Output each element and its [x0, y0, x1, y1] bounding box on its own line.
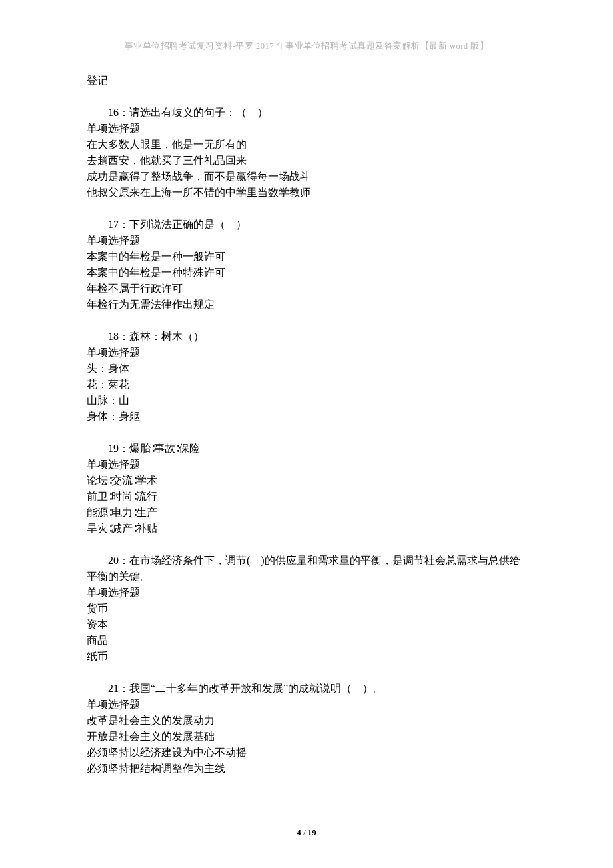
question-19: 19：爆胎∶事故∶保险 单项选择题 论坛∶交流∶学术 前卫∶时尚∶流行 能源∶电… — [87, 441, 526, 537]
page-header: 事业单位招聘考试复习资料-平罗 2017 年事业单位招聘考试真题及答案解析【最新… — [87, 40, 526, 53]
question-20: 20：在市场经济条件下，调节( )的供应量和需求量的平衡，是调节社会总需求与总供… — [87, 553, 526, 665]
question-16: 16：请选出有歧义的句子：（ ） 单项选择题 在大多数人眼里，他是一无所有的 去… — [87, 105, 526, 201]
orphan-line: 登记 — [87, 73, 526, 89]
question-option: 开放是社会主义的发展基础 — [87, 729, 526, 745]
question-option: 去趟西安，他就买了三件礼品回来 — [87, 153, 526, 169]
question-option: 必须坚持以经济建设为中心不动摇 — [87, 745, 526, 761]
question-stem: 18：森林：树木（） — [87, 329, 526, 345]
question-type: 单项选择题 — [87, 121, 526, 137]
question-option: 前卫∶时尚∶流行 — [87, 489, 526, 505]
question-17: 17：下列说法正确的是（ ） 单项选择题 本案中的年检是一种一般许可 本案中的年… — [87, 217, 526, 313]
question-option: 年检行为无需法律作出规定 — [87, 297, 526, 313]
question-option: 货币 — [87, 601, 526, 617]
question-option: 商品 — [87, 633, 526, 649]
question-option: 山脉：山 — [87, 393, 526, 409]
question-option: 能源∶电力∶生产 — [87, 505, 526, 521]
question-type: 单项选择题 — [87, 585, 526, 601]
question-type: 单项选择题 — [87, 345, 526, 361]
question-option: 年检不属于行政许可 — [87, 281, 526, 297]
page-separator: / — [301, 827, 308, 837]
question-option: 必须坚持把结构调整作为主线 — [87, 761, 526, 777]
question-type: 单项选择题 — [87, 457, 526, 473]
question-option: 他叔父原来在上海一所不错的中学里当数学教师 — [87, 185, 526, 201]
question-option: 旱灾∶减产∶补贴 — [87, 521, 526, 537]
question-stem: 19：爆胎∶事故∶保险 — [87, 441, 526, 457]
total-page-number: 19 — [308, 827, 316, 837]
question-18: 18：森林：树木（） 单项选择题 头：身体 花：菊花 山脉：山 身体：身躯 — [87, 329, 526, 425]
question-stem: 16：请选出有歧义的句子：（ ） — [87, 105, 526, 121]
question-stem: 20：在市场经济条件下，调节( )的供应量和需求量的平衡，是调节社会总需求与总供… — [87, 553, 526, 585]
question-option: 花：菊花 — [87, 377, 526, 393]
document-page: 事业单位招聘考试复习资料-平罗 2017 年事业单位招聘考试真题及答案解析【最新… — [0, 0, 613, 868]
question-stem: 21：我国“二十多年的改革开放和发展”的成就说明（ ）。 — [87, 681, 526, 697]
question-option: 资本 — [87, 617, 526, 633]
question-option: 纸币 — [87, 649, 526, 665]
page-footer: 4 / 19 — [0, 826, 613, 839]
question-option: 本案中的年检是一种特殊许可 — [87, 265, 526, 281]
question-option: 本案中的年检是一种一般许可 — [87, 249, 526, 265]
question-type: 单项选择题 — [87, 233, 526, 249]
question-type: 单项选择题 — [87, 697, 526, 713]
question-option: 改革是社会主义的发展动力 — [87, 713, 526, 729]
question-option: 身体：身躯 — [87, 409, 526, 425]
question-option: 成功是赢得了整场战争，而不是赢得每一场战斗 — [87, 169, 526, 185]
question-21: 21：我国“二十多年的改革开放和发展”的成就说明（ ）。 单项选择题 改革是社会… — [87, 681, 526, 777]
question-option: 头：身体 — [87, 361, 526, 377]
question-stem: 17：下列说法正确的是（ ） — [87, 217, 526, 233]
question-option: 论坛∶交流∶学术 — [87, 473, 526, 489]
question-option: 在大多数人眼里，他是一无所有的 — [87, 137, 526, 153]
